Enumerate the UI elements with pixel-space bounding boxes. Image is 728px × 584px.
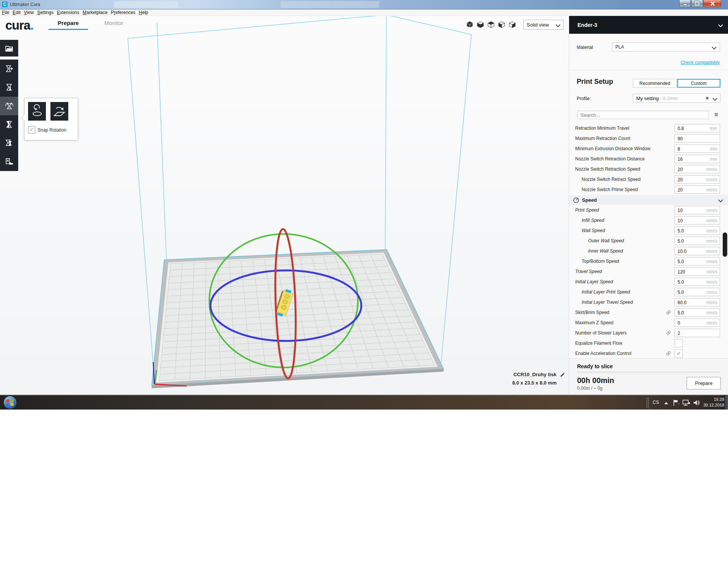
setting-row: Number of Slower Layers2 [569,328,728,338]
close-button[interactable] [703,0,721,7]
view-right-icon[interactable] [508,20,516,29]
menu-file[interactable]: File [2,10,9,15]
mirror-icon [4,120,14,130]
setting-unit: mm [710,157,717,162]
setting-checkbox[interactable]: ✓ [675,349,683,358]
chevron-down-icon [718,198,723,203]
setting-value-box[interactable]: 5.0mm/s [675,278,720,286]
start-button[interactable] [4,396,16,409]
window-controls [679,0,721,7]
tool-move[interactable] [0,60,18,78]
menu-settings[interactable]: Settings [37,10,53,15]
star-icon[interactable]: ★ [705,95,709,101]
tool-scale[interactable] [0,78,18,97]
menubar: FileEditViewSettingsExtensionsMarketplac… [0,9,728,16]
setting-value-box[interactable]: 20mm/s [675,165,720,173]
setting-value-box[interactable]: 8mm [675,144,720,153]
menu-view[interactable]: View [24,10,34,15]
setting-value-box[interactable]: 0mm/s [675,319,720,327]
setting-value-box[interactable]: 20mm/s [675,185,720,194]
setting-unit: mm/s [706,269,717,275]
settings-scrollbar-thumb[interactable] [723,232,727,257]
setting-unit: mm/s [706,249,717,254]
setting-value-box[interactable]: 5.0mm/s [675,237,720,245]
setting-value-box[interactable]: 20mm/s [675,175,720,184]
recommended-button[interactable]: Recommended [633,79,677,88]
setting-value-box[interactable]: 10.0mm/s [675,247,720,255]
tool-support-blocker[interactable] [0,152,18,171]
per-model-settings-icon [4,138,14,148]
check-compatibility-link[interactable]: Check compatibility [681,60,720,65]
tool-rotate[interactable] [0,97,18,115]
view-mode-dropdown[interactable]: Solid view [523,20,563,30]
rotate-tool-popup: ✓ Snap Rotation [24,98,78,140]
viewport-3d[interactable] [0,16,569,395]
view-left-icon[interactable] [497,20,506,29]
material-dropdown[interactable]: PLA [612,42,720,52]
link-icon [666,310,672,317]
setting-label: Travel Speed [575,269,602,274]
snap-rotation-checkbox[interactable]: ✓ [28,126,35,133]
taskbar-clock[interactable]: 15:28 30.12.2018 [698,397,724,408]
setting-checkbox[interactable] [675,339,683,347]
menu-edit[interactable]: Edit [13,10,20,15]
setting-value-box[interactable]: 60.0mm/s [675,298,720,306]
profile-dropdown[interactable]: My setting - 0.2mm ★ [633,94,720,103]
custom-button[interactable]: Custom [677,79,720,88]
setting-value-box[interactable]: 10mm/s [675,216,720,224]
setting-value-box[interactable]: 0.8mm [675,124,720,132]
show-desktop-button[interactable] [724,395,728,410]
menu-extensions[interactable]: Extensions [57,10,79,15]
settings-menu-icon[interactable]: ≡ [714,111,718,119]
minimize-button[interactable] [679,0,691,7]
setting-label: Retraction Minimum Travel [575,126,629,131]
reset-rotation-button[interactable] [28,102,46,121]
setting-value-box[interactable]: 5.0mm/s [675,226,720,235]
model-name: CCR10_Druhy tisk [451,372,565,377]
printer-selector[interactable]: Ender-3 [569,16,728,34]
show-hidden-icons-arrow[interactable] [664,402,668,404]
setting-value-box[interactable]: 10mm/s [675,206,720,214]
tool-per-model-settings[interactable] [0,134,18,152]
edit-pencil-icon[interactable] [560,372,565,377]
tab-monitor[interactable]: Monitor [91,20,136,30]
support-blocker-icon [4,157,14,167]
language-indicator[interactable]: CS [653,400,659,405]
setting-unit: mm/s [706,320,717,326]
tool-column [0,60,18,171]
profile-label: Profile: [577,96,591,101]
view-3d-icon[interactable] [466,20,474,29]
category-label: Speed [582,197,597,203]
action-center-flag-icon[interactable] [672,399,680,407]
tool-mirror[interactable] [0,115,18,134]
view-front-icon[interactable] [476,20,485,29]
menu-marketplace[interactable]: Marketplace [83,10,107,15]
settings-search-input[interactable] [577,111,709,119]
setting-label: Number of Slower Layers [575,330,626,336]
menu-preferences[interactable]: Preferences [111,10,135,15]
cura-window: C Ultimaker Cura FileEditViewSettingsExt… [0,0,728,410]
maximize-button[interactable] [691,0,703,7]
lay-flat-button[interactable] [50,102,68,121]
view-top-icon[interactable] [487,20,495,29]
settings-category-speed[interactable]: Speed [569,195,728,205]
setting-value-box[interactable]: 5.0mm/s [675,308,720,317]
setting-value-box[interactable]: 5.0mm/s [675,257,720,265]
model-dimensions: 8.0 x 23.5 x 8.0 mm [451,380,557,386]
menu-help[interactable]: Help [139,10,148,15]
setting-unit: mm/s [706,259,717,264]
setting-value-box[interactable]: 5.0mm/s [675,288,720,296]
setting-label: Initial Layer Print Speed [582,289,630,295]
print-settings-panel: Ender-3 Material PLA Check compatibility… [569,16,728,395]
setting-value-box[interactable]: 120mm/s [675,267,720,276]
tab-prepare[interactable]: Prepare [46,20,91,30]
setting-value-box[interactable]: 2 [675,329,720,337]
setting-value-box[interactable]: 90 [675,134,720,143]
network-icon[interactable] [682,399,691,407]
setting-value: 0.8 [678,126,684,131]
setting-value-box[interactable]: 16mm [675,155,720,163]
setting-label: Top/Bottom Speed [582,259,619,264]
window-titlebar[interactable]: C Ultimaker Cura [0,0,728,9]
prepare-button[interactable]: Prepare [687,377,721,389]
open-file-button[interactable] [0,40,18,57]
